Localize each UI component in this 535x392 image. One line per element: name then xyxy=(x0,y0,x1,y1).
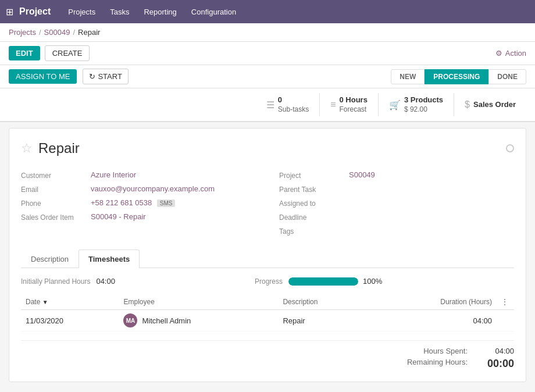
breadcrumb-s00049[interactable]: S00049 xyxy=(44,28,70,37)
stats-container: ☰ 0 Sub-tasks ≡ 0 Hours Forecast 🛒 3 Pro… xyxy=(0,88,535,122)
field-customer: Customer Azure Interior xyxy=(21,168,256,182)
project-value[interactable]: S00049 xyxy=(349,170,375,179)
hours-spent-value: 04:00 xyxy=(479,347,514,355)
grid-icon[interactable]: ⊞ xyxy=(6,6,13,17)
refresh-icon: ↻ xyxy=(89,72,95,81)
breadcrumb-sep-1: / xyxy=(39,28,41,37)
col-actions: ⋮ xyxy=(497,294,514,310)
breadcrumb-sep-2: / xyxy=(73,28,75,37)
cart-icon: 🛒 xyxy=(389,99,401,111)
dollar-icon: $ xyxy=(465,99,470,110)
status-done[interactable]: DONE xyxy=(488,69,526,84)
email-value[interactable]: vauxoo@yourcompany.example.com xyxy=(91,184,215,193)
nav-configuration[interactable]: Configuration xyxy=(186,5,242,19)
create-button[interactable]: CREATE xyxy=(45,45,90,61)
stat-products-value: 3 Products xyxy=(404,95,443,105)
nav-projects[interactable]: Projects xyxy=(62,5,101,19)
stat-products-label: $ 92.00 xyxy=(404,105,427,113)
field-phone: Phone +58 212 681 0538 SMS xyxy=(21,196,256,210)
col-employee: Employee xyxy=(119,294,278,310)
breadcrumb-current: Repair xyxy=(78,28,100,37)
avatar: MA xyxy=(123,313,137,327)
hours-spent-row: Hours Spent: 04:00 xyxy=(423,347,514,355)
description-col-label: Description xyxy=(283,298,318,306)
kebab-icon[interactable]: ⋮ xyxy=(501,298,508,306)
status-processing[interactable]: PROCESSING xyxy=(425,69,488,84)
action-dropdown[interactable]: ⚙ Action xyxy=(495,49,526,58)
remaining-hours-row: Remaining Hours: 00:00 xyxy=(407,358,514,370)
status-pills: NEW PROCESSING DONE xyxy=(391,69,526,84)
customer-value[interactable]: Azure Interior xyxy=(91,170,136,179)
nav-reporting[interactable]: Reporting xyxy=(138,5,182,19)
table-header: Date ▼ Employee Description Duration (Ho… xyxy=(21,294,514,310)
tab-description[interactable]: Description xyxy=(21,250,79,268)
status-circle[interactable] xyxy=(506,144,514,152)
assigned-to-label: Assigned to xyxy=(279,198,343,208)
progress-field: Progress 100% xyxy=(255,277,382,286)
planned-hours-value: 04:00 xyxy=(96,277,115,286)
task-title: Repair xyxy=(38,140,80,156)
progress-percent: 100% xyxy=(363,277,382,286)
nav-tasks[interactable]: Tasks xyxy=(104,5,135,19)
employee-col-label: Employee xyxy=(123,298,154,306)
breadcrumb: Projects / S00049 / Repair xyxy=(0,23,535,42)
stat-subtasks-value: 0 xyxy=(278,95,309,105)
main-content: ☆ Repair Customer Azure Interior Email v… xyxy=(9,128,526,382)
tags-label: Tags xyxy=(279,226,343,236)
stat-subtasks-label: Sub-tasks xyxy=(278,105,309,113)
stat-subtasks[interactable]: ☰ 0 Sub-tasks xyxy=(256,93,319,116)
progress-bar: 100% xyxy=(288,277,382,286)
stat-hours[interactable]: ≡ 0 Hours Forecast xyxy=(319,93,378,116)
employee-cell: MA Mitchell Admin xyxy=(123,313,273,327)
stat-sales-order[interactable]: $ Sales Order xyxy=(454,93,526,116)
table-row: 11/03/2020 MA Mitchell Admin Repair 04:0… xyxy=(21,310,514,332)
tab-timesheets-label: Timesheets xyxy=(88,255,130,263)
sales-order-item-value[interactable]: S00049 - Repair xyxy=(91,212,146,221)
progress-label: Progress xyxy=(255,277,283,286)
breadcrumb-projects[interactable]: Projects xyxy=(9,28,36,37)
favorite-star-icon[interactable]: ☆ xyxy=(21,141,33,156)
field-project: Project S00049 xyxy=(279,168,514,182)
start-label: START xyxy=(98,72,122,81)
timesheets-content: Initially Planned Hours 04:00 Progress 1… xyxy=(21,277,514,370)
gear-icon: ⚙ xyxy=(495,49,502,58)
stat-products[interactable]: 🛒 3 Products $ 92.00 xyxy=(378,93,454,116)
field-parent-task: Parent Task xyxy=(279,182,514,196)
phone-value[interactable]: +58 212 681 0538 xyxy=(91,198,152,207)
field-tags: Tags xyxy=(279,224,514,238)
customer-label: Customer xyxy=(21,170,85,180)
status-bar: ASSIGN TO ME ↻ START NEW PROCESSING DONE xyxy=(0,65,535,88)
clock-icon: ≡ xyxy=(330,99,336,110)
phone-label: Phone xyxy=(21,198,85,208)
row-description: Repair xyxy=(278,310,370,332)
col-date[interactable]: Date ▼ xyxy=(21,294,119,310)
assign-to-me-button[interactable]: ASSIGN TO ME xyxy=(9,69,77,84)
app-title: Project xyxy=(19,6,51,17)
planned-hours-label: Initially Planned Hours xyxy=(21,277,90,286)
list-icon: ☰ xyxy=(266,99,274,111)
ts-footer: Hours Spent: 04:00 Remaining Hours: 00:0… xyxy=(21,340,514,370)
project-label: Project xyxy=(279,170,343,180)
tab-timesheets[interactable]: Timesheets xyxy=(79,250,140,268)
row-duration: 04:00 xyxy=(370,310,497,332)
action-bar: EDIT CREATE ⚙ Action xyxy=(0,42,535,65)
stat-hours-value: 0 Hours xyxy=(340,95,368,105)
date-col-label: Date xyxy=(26,298,40,306)
field-email: Email vauxoo@yourcompany.example.com xyxy=(21,182,256,196)
employee-name: Mitchell Admin xyxy=(142,316,191,325)
parent-task-label: Parent Task xyxy=(279,184,343,194)
email-label: Email xyxy=(21,184,85,194)
stats-row: ☰ 0 Sub-tasks ≡ 0 Hours Forecast 🛒 3 Pro… xyxy=(0,88,535,122)
form-grid: Customer Azure Interior Email vauxoo@you… xyxy=(21,168,514,238)
title-area: ☆ Repair xyxy=(21,140,514,156)
hours-spent-label: Hours Spent: xyxy=(423,347,468,355)
status-new[interactable]: NEW xyxy=(391,69,425,84)
col-duration: Duration (Hours) xyxy=(370,294,497,310)
sms-badge[interactable]: SMS xyxy=(157,199,176,207)
edit-button[interactable]: EDIT xyxy=(9,46,40,60)
start-button[interactable]: ↻ START xyxy=(83,69,128,84)
remaining-hours-label: Remaining Hours: xyxy=(407,358,468,370)
sales-order-item-label: Sales Order Item xyxy=(21,212,85,222)
row-action xyxy=(497,310,514,332)
top-nav: ⊞ Project Projects Tasks Reporting Confi… xyxy=(0,0,535,23)
